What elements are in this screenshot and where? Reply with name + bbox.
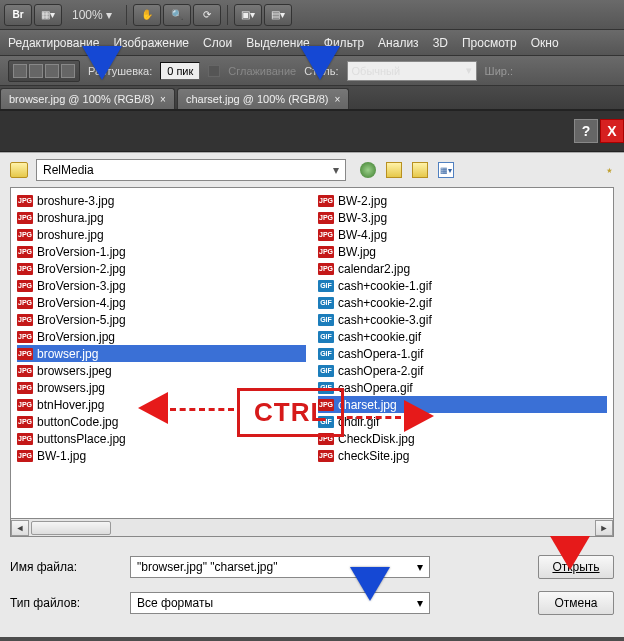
file-name: BW-2.jpg: [338, 194, 387, 208]
menu-image[interactable]: Изображение: [113, 36, 189, 50]
file-item[interactable]: JPGcalendar2.jpg: [318, 260, 607, 277]
view-menu-icon[interactable]: ▦▾: [438, 162, 454, 178]
feather-input[interactable]: [160, 62, 200, 80]
menu-analysis[interactable]: Анализ: [378, 36, 419, 50]
jpg-icon: JPG: [17, 348, 33, 360]
scroll-thumb[interactable]: [31, 521, 111, 535]
file-item[interactable]: JPGBW-2.jpg: [318, 192, 607, 209]
jpg-icon: JPG: [318, 195, 334, 207]
back-icon[interactable]: [360, 162, 376, 178]
file-item[interactable]: JPGBroVersion-3.jpg: [17, 277, 306, 294]
file-name: cashOpera.gif: [338, 381, 413, 395]
file-item[interactable]: JPGBW-3.jpg: [318, 209, 607, 226]
layout-button[interactable]: ▦▾: [34, 4, 62, 26]
close-icon[interactable]: ×: [160, 94, 166, 105]
menu-window[interactable]: Окно: [531, 36, 559, 50]
folder-select[interactable]: RelMedia▾: [36, 159, 346, 181]
file-name: checkSite.jpg: [338, 449, 409, 463]
tab-charset[interactable]: charset.jpg @ 100% (RGB/8)×: [177, 88, 349, 109]
file-item[interactable]: JPGcharset.jpg: [318, 396, 607, 413]
file-item[interactable]: JPGBroVersion-2.jpg: [17, 260, 306, 277]
new-folder-icon[interactable]: [412, 162, 428, 178]
file-item[interactable]: GIFcash+cookie.gif: [318, 328, 607, 345]
file-item[interactable]: JPGbrowser.jpg: [17, 345, 306, 362]
file-item[interactable]: JPGBroVersion.jpg: [17, 328, 306, 345]
menu-view[interactable]: Просмотр: [462, 36, 517, 50]
file-name: BW-3.jpg: [338, 211, 387, 225]
close-button[interactable]: X: [600, 119, 624, 143]
document-tab-bar: browser.jpg @ 100% (RGB/8)× charset.jpg …: [0, 86, 624, 110]
style-select[interactable]: Обычный▾: [347, 61, 477, 81]
zoom-display[interactable]: 100%▾: [64, 8, 120, 22]
close-icon[interactable]: ×: [335, 94, 341, 105]
file-name: btnHover.jpg: [37, 398, 104, 412]
file-name: BroVersion.jpg: [37, 330, 115, 344]
scrollbar-horizontal[interactable]: ◄ ►: [10, 519, 614, 537]
file-item[interactable]: JPGBW-1.jpg: [17, 447, 306, 464]
file-item[interactable]: JPGBroVersion-1.jpg: [17, 243, 306, 260]
annotation-dash-line: [170, 408, 234, 411]
file-item[interactable]: JPGbroshure.jpg: [17, 226, 306, 243]
annotation-blue-arrow: [82, 46, 122, 80]
menu-layers[interactable]: Слои: [203, 36, 232, 50]
file-item[interactable]: JPGBroVersion-4.jpg: [17, 294, 306, 311]
screen-mode-button[interactable]: ▣▾: [234, 4, 262, 26]
file-item[interactable]: GIFcashOpera.gif: [318, 379, 607, 396]
file-name: broshura.jpg: [37, 211, 104, 225]
file-item[interactable]: JPGbrowsers.jpeg: [17, 362, 306, 379]
scroll-right-button[interactable]: ►: [595, 520, 613, 536]
file-name: broshure.jpg: [37, 228, 104, 242]
annotation-blue-arrow: [300, 46, 340, 80]
cancel-button[interactable]: Отмена: [538, 591, 614, 615]
folder-icon: [10, 162, 28, 178]
file-name: BroVersion-3.jpg: [37, 279, 126, 293]
annotation-red-arrow-down: [550, 536, 590, 570]
jpg-icon: JPG: [17, 399, 33, 411]
annotation-red-arrow-right: [404, 400, 434, 432]
antialias-label: Сглаживание: [228, 65, 296, 77]
marquee-mode-group[interactable]: [8, 60, 80, 82]
file-list[interactable]: JPGbroshure-3.jpgJPGbroshura.jpgJPGbrosh…: [10, 187, 614, 519]
up-icon[interactable]: [386, 162, 402, 178]
file-item[interactable]: JPGBW.jpg: [318, 243, 607, 260]
file-name: buttonsPlace.jpg: [37, 432, 126, 446]
file-name: cash+cookie-1.gif: [338, 279, 432, 293]
file-name: buttonCode.jpg: [37, 415, 118, 429]
file-name: BW-4.jpg: [338, 228, 387, 242]
main-toolbar: Br ▦▾ 100%▾ ✋ 🔍 ⟳ ▣▾ ▤▾: [0, 0, 624, 30]
file-item[interactable]: JPGcheckSite.jpg: [318, 447, 607, 464]
annotation-red-arrow-left: [138, 392, 168, 424]
bridge-button[interactable]: Br: [4, 4, 32, 26]
file-item[interactable]: JPGBW-4.jpg: [318, 226, 607, 243]
menu-3d[interactable]: 3D: [433, 36, 448, 50]
file-item[interactable]: GIFcashOpera-1.gif: [318, 345, 607, 362]
filename-label: Имя файла:: [10, 560, 120, 574]
file-item[interactable]: GIFcashOpera-2.gif: [318, 362, 607, 379]
tab-browser[interactable]: browser.jpg @ 100% (RGB/8)×: [0, 88, 175, 109]
file-item[interactable]: JPGbroshura.jpg: [17, 209, 306, 226]
antialias-checkbox[interactable]: [208, 65, 220, 77]
jpg-icon: JPG: [318, 212, 334, 224]
file-item[interactable]: JPGBroVersion-5.jpg: [17, 311, 306, 328]
favorite-icon[interactable]: ⋆: [605, 162, 614, 178]
gif-icon: GIF: [318, 280, 334, 292]
file-item[interactable]: GIFcash+cookie-1.gif: [318, 277, 607, 294]
jpg-icon: JPG: [17, 246, 33, 258]
hand-tool-icon[interactable]: ✋: [133, 4, 161, 26]
file-item[interactable]: JPGCheckDisk.jpg: [318, 430, 607, 447]
file-item[interactable]: JPGbroshure-3.jpg: [17, 192, 306, 209]
rotate-tool-icon[interactable]: ⟳: [193, 4, 221, 26]
file-name: cash+cookie-3.gif: [338, 313, 432, 327]
arrange-button[interactable]: ▤▾: [264, 4, 292, 26]
file-name: BroVersion-1.jpg: [37, 245, 126, 259]
jpg-icon: JPG: [17, 416, 33, 428]
file-item[interactable]: GIFcash+cookie-3.gif: [318, 311, 607, 328]
jpg-icon: JPG: [17, 314, 33, 326]
scroll-left-button[interactable]: ◄: [11, 520, 29, 536]
jpg-icon: JPG: [318, 246, 334, 258]
gif-icon: GIF: [318, 365, 334, 377]
help-button[interactable]: ?: [574, 119, 598, 143]
jpg-icon: JPG: [17, 331, 33, 343]
file-item[interactable]: GIFcash+cookie-2.gif: [318, 294, 607, 311]
zoom-tool-icon[interactable]: 🔍: [163, 4, 191, 26]
